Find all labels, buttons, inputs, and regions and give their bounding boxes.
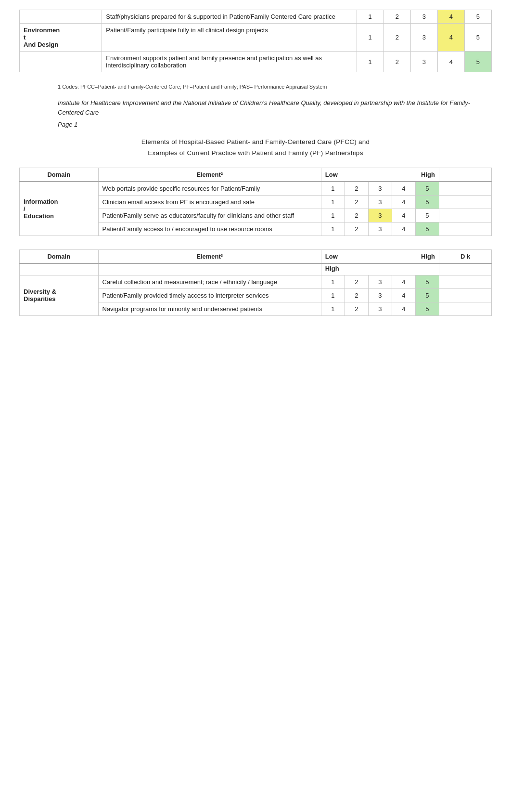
score-cell: 2 bbox=[345, 288, 368, 302]
table3-domain-header: Domain bbox=[20, 249, 99, 263]
score-cell: 2 bbox=[383, 24, 410, 52]
top-table-row: Staff/physicians prepared for & supporte… bbox=[20, 10, 492, 24]
table2-header-row: Domain Element² Low High bbox=[20, 168, 492, 182]
score-cell: 3 bbox=[368, 275, 392, 288]
table3-row: Diversity &DisparitiesCareful collection… bbox=[20, 275, 492, 288]
score-cell: 5 bbox=[464, 10, 491, 24]
table2-element-cell: Clinician email access from PF is encour… bbox=[98, 195, 321, 209]
top-domain-cell: EnvironmentAnd Design bbox=[20, 24, 102, 52]
table2-element-cell: Web portals provide specific resources f… bbox=[98, 182, 321, 196]
table2-right-col-header bbox=[439, 168, 491, 182]
score-cell: 3 bbox=[410, 24, 437, 52]
score-cell: 1 bbox=[321, 209, 345, 222]
score-cell: 2 bbox=[383, 10, 410, 24]
score-cell: 1 bbox=[321, 302, 345, 315]
score-cell: 5 bbox=[464, 52, 491, 72]
score-cell: 3 bbox=[368, 288, 392, 302]
table3-element-cell: Patient/Family provided timely access to… bbox=[98, 288, 321, 302]
table2-element-cell: Patient/Family serve as educators/facult… bbox=[98, 209, 321, 222]
score-cell: 2 bbox=[345, 275, 368, 288]
score-cell: 1 bbox=[321, 222, 345, 236]
score-cell: 5 bbox=[415, 222, 439, 236]
score-cell: 5 bbox=[415, 195, 439, 209]
attribution-text: Institute for Healthcare Improvement and… bbox=[58, 98, 492, 117]
score-cell: 3 bbox=[410, 10, 437, 24]
information-education-table: Domain Element² Low High Information/Edu… bbox=[19, 168, 492, 236]
score-cell: 2 bbox=[383, 52, 410, 72]
score-cell: 1 bbox=[357, 52, 383, 72]
table3-right-cell bbox=[439, 275, 491, 288]
score-cell: 4 bbox=[437, 52, 464, 72]
score-cell: 1 bbox=[357, 10, 383, 24]
top-table-row: EnvironmentAnd DesignPatient/Family part… bbox=[20, 24, 492, 52]
score-cell: 5 bbox=[415, 302, 439, 315]
table3-domain-cell: Diversity &Disparities bbox=[20, 275, 99, 315]
score-cell: 3 bbox=[368, 182, 392, 196]
score-cell: 1 bbox=[321, 288, 345, 302]
table3-element-header: Element³ bbox=[98, 249, 321, 263]
score-cell: 5 bbox=[415, 209, 439, 222]
top-element-cell: Environment supports patient and family … bbox=[102, 52, 357, 72]
table3-high-label: High bbox=[421, 253, 435, 260]
table2-right-cell bbox=[439, 209, 491, 222]
table2-domain-cell: Information/Education bbox=[20, 182, 99, 236]
table3-sub-header-row: High bbox=[20, 263, 492, 275]
score-cell: 4 bbox=[437, 10, 464, 24]
score-cell: 3 bbox=[368, 302, 392, 315]
score-cell: 1 bbox=[321, 275, 345, 288]
score-cell: 3 bbox=[368, 209, 392, 222]
page-label: Page 1 bbox=[58, 121, 492, 128]
table2-right-cell bbox=[439, 222, 491, 236]
score-cell: 5 bbox=[415, 182, 439, 196]
table2-high-label: High bbox=[421, 171, 435, 178]
table2-low-label: Low bbox=[325, 171, 338, 178]
score-cell: 4 bbox=[392, 182, 415, 196]
table3-right-cell bbox=[439, 288, 491, 302]
top-table-row: Environment supports patient and family … bbox=[20, 52, 492, 72]
table2-right-cell bbox=[439, 182, 491, 196]
score-cell: 4 bbox=[392, 209, 415, 222]
score-cell: 3 bbox=[410, 52, 437, 72]
score-cell: 5 bbox=[464, 24, 491, 52]
score-cell: 4 bbox=[392, 288, 415, 302]
table2-domain-header: Domain bbox=[20, 168, 99, 182]
score-cell: 4 bbox=[392, 222, 415, 236]
table3-element-cell: Careful collection and measurement; race… bbox=[98, 275, 321, 288]
score-cell: 1 bbox=[321, 195, 345, 209]
table2-element-cell: Patient/Family access to / encouraged to… bbox=[98, 222, 321, 236]
top-domain-cell bbox=[20, 52, 102, 72]
top-element-cell: Staff/physicians prepared for & supporte… bbox=[102, 10, 357, 24]
top-domain-cell bbox=[20, 10, 102, 24]
footnote-1: 1 Codes: PFCC=Patient- and Family-Center… bbox=[58, 84, 492, 90]
score-cell: 2 bbox=[345, 195, 368, 209]
table3-element-cell: Navigator programs for minority and unde… bbox=[98, 302, 321, 315]
score-cell: 1 bbox=[321, 182, 345, 196]
center-title: Elements of Hospital-Based Patient- and … bbox=[140, 137, 371, 159]
top-element-cell: Patient/Family participate fully in all … bbox=[102, 24, 357, 52]
score-cell: 4 bbox=[392, 302, 415, 315]
score-cell: 2 bbox=[345, 222, 368, 236]
table2-low-high-header: Low High bbox=[321, 168, 439, 182]
table2-row: Information/EducationWeb portals provide… bbox=[20, 182, 492, 196]
score-cell: 5 bbox=[415, 275, 439, 288]
table3-header-row: Domain Element³ Low High D k bbox=[20, 249, 492, 263]
score-cell: 5 bbox=[415, 288, 439, 302]
score-cell: 1 bbox=[357, 24, 383, 52]
score-cell: 3 bbox=[368, 195, 392, 209]
table2-right-cell bbox=[439, 195, 491, 209]
table3-low-label: Low bbox=[325, 253, 338, 260]
score-cell: 2 bbox=[345, 182, 368, 196]
table2-element-header: Element² bbox=[98, 168, 321, 182]
score-cell: 4 bbox=[437, 24, 464, 52]
score-cell: 4 bbox=[392, 195, 415, 209]
score-cell: 2 bbox=[345, 209, 368, 222]
table3-dk-header: D k bbox=[439, 249, 491, 263]
score-cell: 2 bbox=[345, 302, 368, 315]
score-cell: 4 bbox=[392, 275, 415, 288]
table3-low-high-header: Low High bbox=[321, 249, 439, 263]
table3-right-cell bbox=[439, 302, 491, 315]
top-continuation-table: Staff/physicians prepared for & supporte… bbox=[19, 10, 492, 72]
diversity-disparities-table: Domain Element³ Low High D k High Divers… bbox=[19, 249, 492, 316]
score-cell: 3 bbox=[368, 222, 392, 236]
